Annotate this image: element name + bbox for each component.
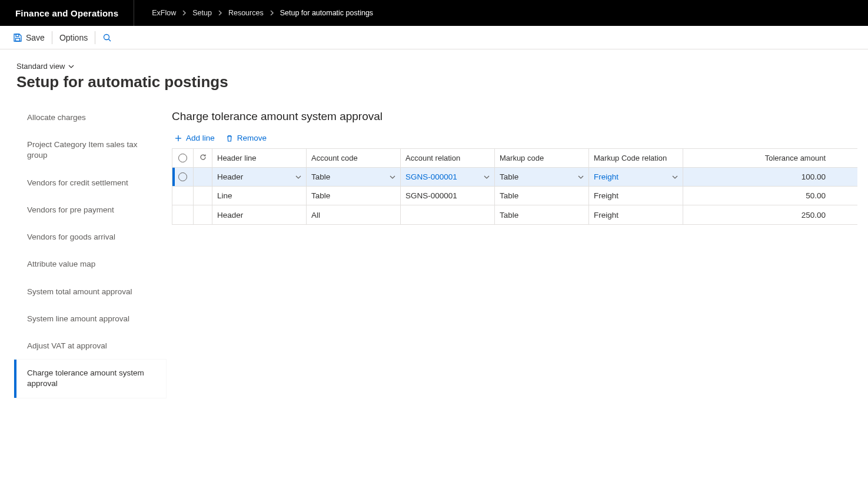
cell-tolerance-amount[interactable]: 50.00	[683, 187, 857, 205]
col-label: Markup Code relation	[594, 154, 667, 162]
sidebar-item-adjust-vat[interactable]: Adjust VAT at approval	[14, 333, 166, 360]
cell-account-code[interactable]: Table	[307, 168, 401, 186]
separator	[95, 31, 95, 44]
add-line-label: Add line	[186, 134, 215, 142]
table-row[interactable]: Header All Table Freight 250.00	[172, 205, 857, 224]
table-row[interactable]: Header Table SGNS-000001 Table Freight 1…	[172, 168, 857, 187]
sidebar-item-project-category[interactable]: Project Category Item sales tax group	[14, 131, 166, 169]
chevron-down-icon[interactable]	[578, 175, 584, 179]
cell-header-line[interactable]: Header	[212, 205, 307, 224]
chevron-down-icon[interactable]	[390, 175, 395, 179]
cell-value: Table	[500, 191, 518, 200]
grid: Header line Account code Account relatio…	[172, 148, 857, 225]
section-title: Charge tolerance amount system approval	[172, 110, 868, 123]
col-label: Tolerance amount	[765, 154, 826, 162]
sidebar-item-label: Vendors for goods arrival	[27, 232, 115, 242]
chevron-down-icon	[68, 65, 74, 68]
cell-value: Table	[500, 211, 518, 220]
cell-value: Header	[217, 211, 243, 220]
breadcrumb-item[interactable]: Resources	[228, 9, 264, 17]
chevron-down-icon[interactable]	[672, 175, 678, 179]
cell-value: Header	[217, 172, 243, 181]
cell-account-code[interactable]: Table	[307, 187, 401, 205]
plus-icon	[174, 134, 182, 142]
cell-markup-code-relation[interactable]: Freight	[589, 205, 683, 224]
chevron-right-icon	[182, 11, 187, 15]
cell-header-line[interactable]: Header	[212, 168, 307, 186]
sidebar-item-charge-tolerance[interactable]: Charge tolerance amount system approval	[14, 360, 166, 397]
sidebar-item-vendors-credit[interactable]: Vendors for credit settlement	[14, 169, 166, 197]
col-account-relation[interactable]: Account relation	[401, 149, 495, 167]
cell-account-code[interactable]: All	[307, 205, 401, 224]
save-button[interactable]: Save	[7, 26, 51, 49]
sidebar-item-system-total-approval[interactable]: System total amount approval	[14, 278, 166, 305]
cell-account-relation[interactable]: SGNS-000001	[401, 168, 495, 186]
sidebar-item-system-line-approval[interactable]: System line amount approval	[14, 305, 166, 333]
cell-markup-code-relation[interactable]: Freight	[589, 187, 683, 205]
action-bar: Save Options	[0, 26, 868, 49]
cell-tolerance-amount[interactable]: 250.00	[683, 205, 857, 224]
cell-value: Line	[217, 191, 232, 200]
breadcrumb: ExFlow Setup Resources Setup for automat…	[134, 9, 373, 17]
circle-icon	[178, 154, 187, 162]
cell-account-relation[interactable]: SGNS-000001	[401, 187, 495, 205]
cell-account-relation[interactable]	[401, 205, 495, 224]
table-row[interactable]: Line Table SGNS-000001 Table Freight 50.…	[172, 187, 857, 205]
view-selector-label: Standard view	[16, 62, 65, 71]
cell-markup-code[interactable]: Table	[495, 168, 589, 186]
sidebar-item-label: Vendors for pre payment	[27, 205, 114, 215]
col-account-code[interactable]: Account code	[307, 149, 401, 167]
options-button[interactable]: Options	[54, 26, 94, 49]
breadcrumb-item[interactable]: Setup	[192, 9, 212, 17]
grid-header: Header line Account code Account relatio…	[172, 149, 857, 168]
cell-value: Freight	[594, 172, 618, 181]
chevron-down-icon[interactable]	[484, 175, 490, 179]
row-status	[194, 168, 212, 186]
sidebar-item-label: Project Category Item sales tax group	[27, 139, 155, 161]
cell-value: Table	[500, 172, 518, 181]
cell-value: 250.00	[802, 211, 826, 220]
row-select[interactable]	[172, 205, 194, 224]
breadcrumb-item-current[interactable]: Setup for automatic postings	[280, 9, 373, 17]
col-header-line[interactable]: Header line	[212, 149, 307, 167]
col-markup-code[interactable]: Markup code	[495, 149, 589, 167]
cell-markup-code-relation[interactable]: Freight	[589, 168, 683, 186]
page-header: Standard view Setup for automatic postin…	[0, 49, 868, 99]
app-title: Finance and Operations	[15, 8, 118, 18]
cell-markup-code[interactable]: Table	[495, 205, 589, 224]
cell-tolerance-amount[interactable]: 100.00	[683, 168, 857, 186]
sidebar-item-allocate-charges[interactable]: Allocate charges	[14, 104, 166, 131]
remove-label: Remove	[237, 134, 267, 142]
cell-value: Freight	[594, 191, 618, 200]
refresh-column[interactable]	[194, 149, 212, 167]
row-select[interactable]	[172, 187, 194, 205]
view-selector[interactable]: Standard view	[16, 62, 74, 71]
add-line-button[interactable]: Add line	[174, 134, 215, 142]
cell-markup-code[interactable]: Table	[495, 187, 589, 205]
breadcrumb-item[interactable]: ExFlow	[152, 9, 176, 17]
sidebar-item-vendors-goods[interactable]: Vendors for goods arrival	[14, 224, 166, 251]
svg-rect-1	[16, 38, 20, 41]
chevron-down-icon[interactable]	[295, 175, 301, 179]
remove-button[interactable]: Remove	[225, 134, 267, 142]
col-label: Account code	[311, 154, 358, 162]
search-button[interactable]	[97, 26, 118, 49]
row-status	[194, 187, 212, 205]
sidebar-item-attribute-value-map[interactable]: Attribute value map	[14, 251, 166, 278]
sidebar-item-label: Vendors for credit settlement	[27, 178, 128, 188]
svg-point-2	[104, 34, 109, 39]
row-select[interactable]	[172, 168, 194, 186]
save-icon	[13, 33, 22, 42]
top-header: Finance and Operations ExFlow Setup Reso…	[0, 0, 868, 26]
col-label: Header line	[217, 154, 257, 162]
col-tolerance-amount[interactable]: Tolerance amount	[683, 149, 857, 167]
sidebar-item-label: System total amount approval	[27, 287, 132, 297]
select-all-checkbox[interactable]	[172, 149, 194, 167]
sidebar-item-vendors-prepayment[interactable]: Vendors for pre payment	[14, 197, 166, 224]
main: Charge tolerance amount system approval …	[166, 99, 868, 410]
body: Allocate charges Project Category Item s…	[0, 99, 868, 410]
cell-value: Table	[311, 191, 330, 200]
cell-header-line[interactable]: Line	[212, 187, 307, 205]
col-markup-code-relation[interactable]: Markup Code relation	[589, 149, 683, 167]
app-title-wrap: Finance and Operations	[0, 0, 134, 26]
